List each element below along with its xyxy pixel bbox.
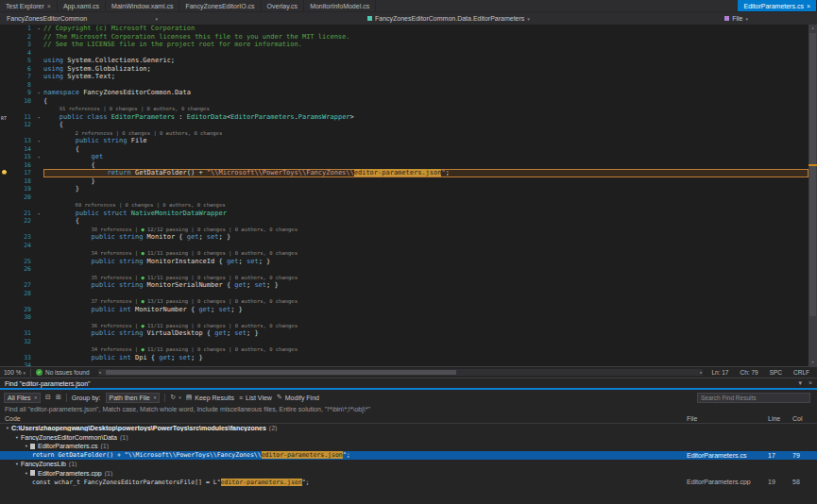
fold-margin[interactable]	[34, 217, 43, 226]
find-group-row[interactable]: ▾EditorParameters.cpp(1)	[0, 469, 817, 479]
glyph-margin[interactable]	[0, 233, 11, 242]
code-text[interactable]: namespace FancyZonesEditorCommon.Data	[43, 89, 808, 97]
glyph-margin[interactable]	[0, 57, 11, 65]
glyph-margin[interactable]	[0, 145, 11, 154]
close-icon[interactable]: ×	[807, 3, 810, 9]
glyph-margin[interactable]	[0, 161, 11, 170]
glyph-margin[interactable]	[0, 41, 11, 49]
column-header-col[interactable]: Col	[792, 415, 817, 422]
codelens-text[interactable]: 36 references | ● 11/11 passing | 0 chan…	[43, 322, 808, 330]
code-text[interactable]: {	[43, 145, 808, 154]
fold-margin[interactable]	[34, 185, 43, 193]
editor-tab[interactable]: Overlay.cs	[262, 0, 305, 11]
twisty-icon[interactable]: ▾	[13, 462, 21, 466]
glyph-margin[interactable]	[0, 81, 11, 90]
glyph-margin[interactable]	[0, 177, 11, 186]
glyph-margin[interactable]	[0, 297, 11, 306]
glyph-margin[interactable]	[0, 49, 11, 58]
code-text[interactable]	[43, 81, 808, 90]
codelens-text[interactable]: 91 references | 0 changes | 0 authors, 0…	[43, 105, 808, 113]
codelens-text[interactable]: 34 references | ● 11/11 passing | 0 chan…	[43, 249, 808, 258]
fold-margin[interactable]	[34, 129, 43, 138]
fold-margin[interactable]	[34, 290, 43, 298]
find-result-row[interactable]: return GetDataFolder() + "\\Microsoft\\P…	[0, 451, 817, 461]
fold-margin[interactable]	[34, 258, 43, 266]
code-text[interactable]: public string MonitorInstanceId { get; s…	[43, 258, 808, 266]
project-dropdown[interactable]: FancyZonesEditorCommon ▾	[3, 12, 162, 25]
glyph-margin[interactable]	[0, 97, 11, 106]
code-text[interactable]: return GetDataFolder() + "\\Microsoft\\P…	[43, 169, 808, 177]
fold-margin[interactable]	[34, 345, 43, 354]
scrollbar-thumb[interactable]	[809, 33, 816, 316]
close-icon[interactable]: ×	[47, 3, 51, 9]
code-text[interactable]: public string File	[43, 137, 808, 145]
fold-margin[interactable]: ▾	[34, 25, 43, 33]
glyph-margin[interactable]	[0, 210, 11, 218]
fold-margin[interactable]	[34, 281, 43, 290]
fold-margin[interactable]	[34, 73, 43, 81]
collapse-all-icon[interactable]: ⊟	[45, 394, 51, 401]
glyph-margin[interactable]	[0, 217, 11, 226]
glyph-margin[interactable]	[0, 121, 11, 129]
code-text[interactable]: public string Monitor { get; set; }	[43, 233, 808, 242]
fold-margin[interactable]	[34, 105, 43, 113]
glyph-margin[interactable]	[0, 193, 11, 202]
code-text[interactable]: {	[43, 97, 808, 106]
codelens-text[interactable]: 34 references | ● 11/11 passing | 0 chan…	[43, 345, 808, 354]
glyph-margin[interactable]	[0, 169, 11, 177]
scroll-left-icon[interactable]: ◂	[99, 369, 101, 376]
fold-margin[interactable]	[34, 354, 43, 362]
fold-margin[interactable]	[34, 65, 43, 74]
glyph-margin[interactable]	[0, 345, 11, 354]
code-text[interactable]: // The Microsoft Corporation licenses th…	[43, 33, 808, 42]
fold-margin[interactable]: ▾	[34, 113, 43, 122]
editor-tab[interactable]: MainWindow.xaml.cs	[106, 0, 179, 11]
glyph-margin[interactable]	[0, 201, 11, 210]
scroll-right-icon[interactable]: ▸	[700, 369, 702, 376]
codelens-text[interactable]: 60 references | 0 changes | 0 authors, 0…	[43, 201, 808, 210]
editor-tab[interactable]: MonitorInfoModel.cs	[304, 0, 376, 11]
fold-margin[interactable]: ▾	[34, 89, 43, 97]
column-header-code[interactable]: Code	[0, 415, 687, 422]
glyph-margin[interactable]	[0, 249, 11, 258]
twisty-icon[interactable]: ▾	[4, 426, 11, 430]
glyph-margin[interactable]	[0, 290, 11, 298]
fold-margin[interactable]	[34, 226, 43, 234]
char-indicator[interactable]: Ch: 79	[740, 369, 757, 376]
modify-find-button[interactable]: ✎ Modify Find	[277, 394, 319, 401]
code-text[interactable]	[43, 265, 808, 274]
code-text[interactable]: public string MonitorSerialNumber { get;…	[43, 281, 808, 290]
glyph-margin[interactable]	[0, 274, 11, 282]
code-text[interactable]: using System.Collections.Generic;	[43, 57, 808, 65]
lightbulb-icon[interactable]	[2, 170, 7, 175]
code-text[interactable]: {	[43, 217, 808, 226]
fold-margin[interactable]	[34, 177, 43, 186]
glyph-margin[interactable]	[0, 265, 11, 274]
list-view-button[interactable]: ≡ List View	[239, 395, 272, 401]
glyph-margin[interactable]	[0, 242, 11, 250]
code-text[interactable]: public struct NativeMonitorDataWrapper	[43, 210, 808, 218]
find-group-row[interactable]: ▾FancyZonesLib(1)	[0, 460, 817, 469]
close-icon[interactable]: ×	[808, 379, 812, 387]
code-text[interactable]	[43, 361, 808, 366]
code-text[interactable]	[43, 242, 808, 250]
files-scope-dropdown[interactable]: All Files ▾	[4, 393, 41, 403]
code-text[interactable]: public int Dpi { get; set; }	[43, 354, 808, 362]
find-panel-header[interactable]: Find "editor-parameters.json" ▾ ×	[0, 378, 817, 390]
glyph-margin[interactable]	[0, 361, 11, 366]
glyph-margin[interactable]	[0, 105, 11, 113]
glyph-margin[interactable]	[0, 65, 11, 74]
repeat-find-button[interactable]: ↻ ▾	[170, 394, 180, 401]
fold-margin[interactable]: ▾	[34, 153, 43, 161]
type-dropdown[interactable]: FancyZonesEditorCommon.Data.EditorParame…	[364, 12, 534, 25]
document-health-indicator[interactable]: ✓ No issues found	[36, 369, 90, 376]
code-text[interactable]: {	[43, 161, 808, 170]
code-text[interactable]: public int MonitorNumber { get; set; }	[43, 306, 808, 314]
glyph-margin[interactable]	[0, 33, 11, 42]
fold-margin[interactable]	[34, 161, 43, 170]
fold-margin[interactable]	[34, 201, 43, 210]
glyph-margin[interactable]	[0, 137, 11, 145]
fold-margin[interactable]	[34, 249, 43, 258]
editor-tab[interactable]: App.xaml.cs	[58, 0, 106, 11]
glyph-margin[interactable]	[0, 25, 11, 33]
